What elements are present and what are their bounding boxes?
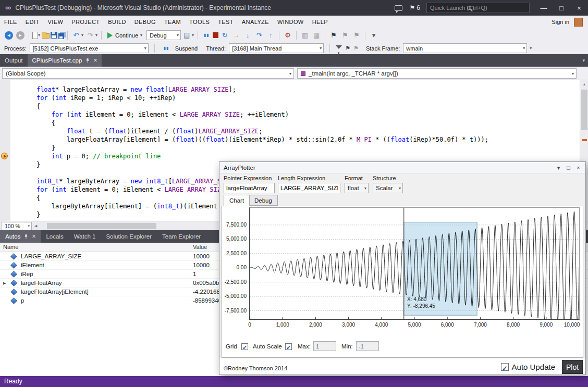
code-line[interactable]: for (int iElement = 0; iElement < LARGE_… [0,110,588,119]
close-icon[interactable]: × [93,57,97,64]
open-file-icon[interactable] [42,33,50,39]
sign-in-link[interactable]: Sign in [552,19,569,25]
scope-dropdown[interactable]: (Global Scope) ▾ [2,68,294,79]
menu-item-tools[interactable]: TOOLS [185,16,214,28]
document-well-overflow-icon[interactable]: ▾ [582,54,585,67]
panel-tab-solution-explorer[interactable]: Solution Explorer [101,230,157,243]
auto-update-checkbox[interactable] [501,363,509,371]
menu-item-window[interactable]: WINDOW [273,16,308,28]
horizontal-scrollbar-thumb[interactable] [47,223,156,229]
panel-tab-autos[interactable]: Autos× [0,230,41,243]
toolbar-options-icon[interactable]: ▾ [369,30,379,41]
solution-config-dropdown[interactable]: Debug ▾ [146,30,181,40]
parameter-info-icon[interactable]: ▦ [311,30,322,41]
close-button[interactable]: × [570,0,588,16]
bookmark-next-icon[interactable]: ⚑ [351,30,362,41]
flag-threads-icon[interactable]: ⚑ [345,45,350,52]
tooltip-y-value: Y: -8,296.45 [407,303,435,310]
auto-scale-label: Auto Scale [253,343,282,349]
menu-item-build[interactable]: BUILD [104,16,130,28]
menu-item-help[interactable]: HELP [308,16,332,28]
menu-item-team[interactable]: TEAM [160,16,185,28]
tab-cplusplustest-cpp[interactable]: CPlusPlusTest.cpp × [28,54,102,67]
menu-item-test[interactable]: TEST [214,16,238,28]
expander-icon[interactable]: ▶ [3,279,6,288]
panel-tab-locals[interactable]: Locals [41,230,68,243]
save-all-icon[interactable] [58,33,64,39]
code-line[interactable]: int p = 0; // breakpoint line [0,152,588,160]
code-line[interactable]: for (int iRep = 1; iRep < 10; ++iRep) [0,94,588,102]
diagnostics-icon[interactable]: ⚙ [283,30,293,41]
process-dropdown[interactable]: [5152] CPlusPlusTest.exe ▾ [30,43,149,53]
code-line[interactable]: float* largeFloatArray = new float[LARGE… [0,85,588,94]
code-line[interactable]: largeFloatArray[iElement] = (float)((flo… [0,135,588,144]
redo-icon[interactable]: ↷ [85,30,95,41]
member-dropdown[interactable]: _tmain(int argc, _TCHAR * argv[]) ▾ [297,68,577,79]
scroll-up-icon[interactable]: ▲ [580,80,588,88]
user-avatar-icon[interactable] [574,18,583,27]
min-input[interactable] [356,341,379,351]
continue-label: Continue [115,32,138,39]
quick-launch-input[interactable] [426,3,530,13]
restart-icon[interactable]: ↻ [219,30,230,41]
stop-icon[interactable] [213,32,218,38]
column-header-value[interactable]: Value [193,244,207,250]
menu-item-project[interactable]: PROJECT [67,16,104,28]
breakpoint-glyph[interactable] [1,153,8,159]
flagged-only-icon[interactable]: ⚑ [353,45,359,52]
minimize-button[interactable]: — [535,0,553,16]
menu-item-debug[interactable]: DEBUG [130,16,160,28]
thread-filter-icon[interactable] [336,45,342,49]
panel-tab-team-explorer[interactable]: Team Explorer [157,230,206,243]
nav-forward-icon[interactable]: ▶ [16,31,24,40]
close-icon[interactable]: × [32,233,35,240]
code-line[interactable]: float t = (float)iElement / (float)LARGE… [0,127,588,135]
process-value: [5152] CPlusPlusTest.exe [33,45,98,52]
nav-back-icon[interactable]: ◀ [5,31,13,40]
step-out-icon[interactable]: ↑ [265,30,276,41]
chevron-down-icon[interactable]: ▾ [95,33,97,38]
step-over-icon[interactable]: ↷ [254,30,264,41]
notifications-flag[interactable]: ⚑ 6 [410,4,420,11]
save-icon[interactable] [51,32,57,39]
chevron-down-icon[interactable]: ▾ [81,33,83,38]
max-input[interactable] [313,341,336,351]
step-into-icon[interactable]: ↓ [242,30,253,41]
suspend-label[interactable]: Suspend [175,45,198,52]
chevron-down-icon[interactable]: ▾ [192,33,194,38]
code-line[interactable]: { [0,102,588,110]
grid-checkbox[interactable] [241,343,248,350]
tab-output[interactable]: Output [0,54,28,67]
bookmark-icon[interactable]: ⚑ [328,30,339,41]
zoom-dropdown[interactable]: 100 % ▾ [2,222,32,230]
menu-item-view[interactable]: VIEW [44,16,68,28]
break-all-icon[interactable]: ▮▮ [201,30,212,41]
scrollbar-thumb[interactable] [581,90,587,130]
toolbar-overflow-icon[interactable]: ▾ [530,46,532,51]
bookmark-prev-icon[interactable]: ⚑ [340,30,350,41]
pin-icon[interactable] [23,234,29,240]
auto-scale-checkbox[interactable] [285,343,292,350]
menu-item-analyze[interactable]: ANALYZE [238,16,273,28]
new-file-icon[interactable] [32,32,38,39]
debug-target-icon[interactable]: ▤ [181,30,192,41]
undo-icon[interactable]: ↶ [71,30,81,41]
list-members-icon[interactable]: ▥ [300,30,310,41]
column-header-name[interactable]: Name [3,244,18,250]
code-text: float* largeFloatArray = new float[LARGE… [21,86,236,93]
code-line[interactable]: } [0,144,588,152]
scroll-left-icon[interactable]: ◀ [34,222,37,230]
maximize-button[interactable]: □ [553,0,570,16]
menu-item-edit[interactable]: EDIT [21,16,44,28]
menu-item-file[interactable]: FILE [0,16,21,28]
stack-frame-dropdown[interactable]: wmain ▾ [403,43,527,53]
panel-tab-watch-1[interactable]: Watch 1 [69,230,101,243]
pin-icon[interactable] [85,58,90,64]
continue-button[interactable]: Continue ▾ [104,30,146,41]
chevron-down-icon[interactable]: ▾ [38,33,40,38]
code-line[interactable]: { [0,119,588,127]
feedback-icon[interactable] [395,5,402,11]
thread-dropdown[interactable]: [3168] Main Thread ▾ [229,43,324,53]
show-next-statement-icon[interactable]: → [231,30,241,41]
plot-button[interactable]: Plot [562,360,583,374]
